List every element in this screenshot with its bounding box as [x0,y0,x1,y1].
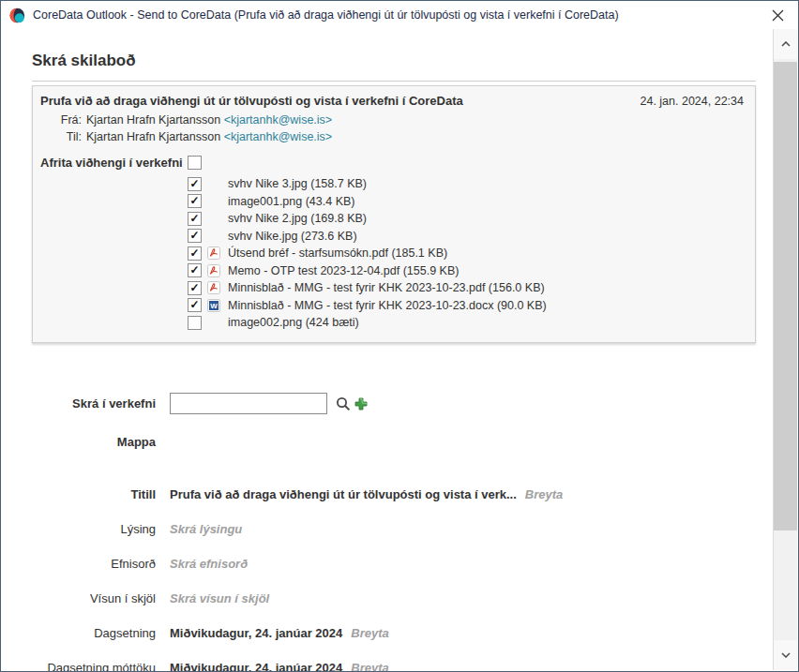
from-label: Frá: [40,113,82,127]
breyta-link[interactable]: Breyta [525,487,563,501]
form-row-label: Dagsetning móttöku [32,661,156,672]
close-button[interactable] [762,3,792,27]
form-row: Vísun í skjöl Skrá vísun í skjöl [32,581,773,616]
attachment-checkbox[interactable] [188,316,202,330]
form-row-value[interactable]: Miðvikudagur, 24. janúar 2024 [170,661,342,672]
metadata-form: Titill Prufa við að draga viðhengi út úr… [32,477,773,672]
form-row: Titill Prufa við að draga viðhengi út úr… [32,477,773,512]
folder-row: Mappa [32,435,156,449]
form-row-label: Dagsetning [32,626,156,640]
form-row-label: Titill [32,487,156,501]
page-title: Skrá skilaboð [32,52,136,70]
from-row: Frá: Kjartan Hrafn Kjartansson <kjartanh… [40,113,747,127]
attachment-row: W svhv Nike 3.jpg (158.7 KB) [40,175,747,193]
form-row: Lýsing Skrá lýsingu [32,512,773,546]
to-email: <kjartanhk@wise.is> [224,130,333,143]
chevron-down-icon [781,652,791,658]
attachment-name: image001.png (43.4 KB) [228,195,355,208]
attachment-name: svhv Nike 3.jpg (158.7 KB) [228,177,367,190]
form-row-value[interactable]: Skrá lýsingu [170,522,242,536]
pdf-file-icon [207,246,220,260]
scroll-down-button[interactable] [774,640,797,670]
from-value: Kjartan Hrafn Kjartansson <kjartanhk@wis… [86,113,332,127]
form-row-label: Vísun í skjöl [32,591,156,605]
scrollbar-thumb[interactable] [774,62,797,530]
attachment-checkbox[interactable] [188,194,202,208]
attachment-checkbox[interactable] [188,246,202,261]
attachment-row: W svhv Nike.jpg (273.6 KB) [40,228,747,246]
attachment-checkbox[interactable] [188,281,202,295]
message-summary-box: Prufa við að draga viðhengi út úr tölvup… [32,85,756,343]
attachment-name: svhv Nike.jpg (273.6 KB) [228,230,357,243]
from-email: <kjartanhk@wise.is> [224,113,333,127]
to-label: Til: [40,130,82,143]
window-title: CoreData Outlook - Send to CoreData (Pru… [33,8,619,22]
breyta-link[interactable]: Breyta [351,626,388,640]
form-row-value[interactable]: Skrá efnisorð [170,557,248,571]
attachment-name: image002.png (424 bæti) [228,316,359,329]
form-row-label: Lýsing [32,522,156,536]
attachment-row: W Útsend bréf - starfsumsókn.pdf (185.1 … [40,245,747,262]
message-date: 24. jan. 2024, 22:34 [640,95,747,108]
form-row: Dagsetning móttöku Miðvikudagur, 24. jan… [32,650,773,672]
attachment-checkbox[interactable] [188,212,202,226]
attachment-row: W Memo - OTP test 2023-12-04.pdf (155.9 … [40,262,747,280]
chevron-up-icon [781,41,791,47]
scroll-up-button[interactable] [774,29,797,59]
attachment-name: Minnisblað - MMG - test fyrir KHK 2023-1… [228,281,545,294]
form-row-label: Efnisorð [32,557,156,571]
attachment-row: W image001.png (43.4 KB) [40,193,747,211]
coredata-logo-icon [9,7,25,23]
attachment-checkbox[interactable] [188,263,202,277]
attachment-name: Útsend bréf - starfsumsókn.pdf (185.1 KB… [228,246,447,260]
project-row: Skrá í verkefni [32,393,368,414]
vertical-scrollbar[interactable] [773,29,797,670]
copy-attachments-checkbox[interactable] [188,156,202,170]
coredata-dialog-window: CoreData Outlook - Send to CoreData (Pru… [0,0,799,672]
attachment-row: W image002.png (424 bæti) [40,314,747,332]
copy-attachments-label: Afrita viðhengi í verkefni [40,156,188,170]
word-file-icon: W [207,299,220,312]
form-row-value[interactable]: Skrá vísun í skjöl [170,591,269,605]
breyta-link[interactable]: Breyta [351,661,388,672]
heading-divider [32,81,756,82]
copy-attachments-row: Afrita viðhengi í verkefni [40,156,747,170]
form-row: Efnisorð Skrá efnisorð [32,546,773,581]
to-value: Kjartan Hrafn Kjartansson <kjartanhk@wis… [86,130,332,143]
attachment-row: W svhv Nike 2.jpg (169.8 KB) [40,210,747,228]
attachment-checkbox[interactable] [188,298,202,312]
project-search-input[interactable] [170,393,327,414]
titlebar[interactable]: CoreData Outlook - Send to CoreData (Pru… [1,1,798,29]
folder-label: Mappa [32,435,156,449]
search-icon[interactable] [336,396,351,411]
close-icon [772,9,784,22]
form-row-value[interactable]: Prufa við að draga viðhengi út úr tölvup… [170,487,517,501]
attachment-list: W svhv Nike 3.jpg (158.7 KB) W [40,175,747,332]
message-subject: Prufa við að draga viðhengi út úr tölvup… [40,94,463,108]
attachment-name: svhv Nike 2.jpg (169.8 KB) [228,212,367,225]
attachment-checkbox[interactable] [188,229,202,243]
attachment-row: W Minnisblað - MMG - test fyrir KHK 2023… [40,297,747,315]
attachment-row: W Minnisblað - MMG - test fyrir KHK 2023… [40,279,747,297]
add-project-icon[interactable] [354,397,368,411]
pdf-file-icon [207,264,220,277]
form-row-value[interactable]: Miðvikudagur, 24. janúar 2024 [170,626,342,640]
attachment-checkbox[interactable] [188,177,202,191]
project-label: Skrá í verkefni [32,396,156,411]
svg-text:W: W [210,302,218,310]
pdf-file-icon [207,281,220,294]
form-row: Dagsetning Miðvikudagur, 24. janúar 2024… [32,616,773,650]
attachment-name: Minnisblað - MMG - test fyrir KHK 2023-1… [228,299,547,312]
to-row: Til: Kjartan Hrafn Kjartansson <kjartanh… [40,130,747,143]
dialog-content: Skrá skilaboð Prufa við að draga viðheng… [1,29,773,671]
attachment-name: Memo - OTP test 2023-12-04.pdf (155.9 KB… [228,264,459,277]
